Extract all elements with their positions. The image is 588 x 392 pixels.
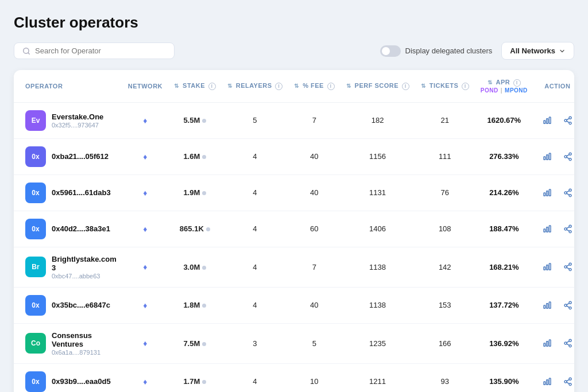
share-button[interactable]: [560, 221, 574, 237]
stats-button[interactable]: [539, 221, 555, 237]
search-input[interactable]: [35, 46, 166, 55]
col-perf-score[interactable]: ⇅ PERF SCORE i: [341, 70, 415, 102]
relayers-cell: 5: [222, 102, 289, 138]
table-row: Co Consensus Ventures 0x6a1a....879131 ♦…: [14, 323, 574, 363]
apr-value: 276.33%: [489, 152, 519, 161]
fee-value: 7: [312, 263, 316, 271]
apr-info-icon[interactable]: i: [513, 79, 521, 87]
relayers-value: 4: [253, 377, 257, 386]
table-row: Br Brightlystake.com 3 0xbc47....abbe63 …: [14, 247, 574, 287]
share-button[interactable]: [560, 185, 574, 201]
tickets-info-icon[interactable]: i: [462, 83, 469, 90]
apr-value: 137.72%: [489, 301, 519, 309]
stats-button[interactable]: [539, 297, 555, 313]
svg-rect-58: [544, 382, 546, 385]
perf-score-cell: 1211: [341, 363, 415, 392]
operators-table: OPERATOR NETWORK ⇅ STAKE i ⇅ RELAYERS i …: [14, 70, 574, 392]
operator-cell-3: 0x 0x5961....61dab3: [14, 174, 122, 211]
stake-dot: [202, 266, 206, 270]
perf-score-cell: 1156: [341, 138, 415, 174]
tickets-cell: 153: [415, 287, 475, 323]
perf-score-value: 1131: [369, 188, 386, 197]
share-button[interactable]: [560, 259, 574, 275]
ethereum-icon: ♦: [143, 262, 147, 271]
col-apr[interactable]: ⇅ APR i POND | MPond: [475, 70, 533, 102]
operator-cell-6: 0x 0x35bc....e6847c: [14, 287, 122, 323]
ethereum-icon: ♦: [143, 377, 147, 386]
fee-sort-icon: ⇅: [294, 83, 299, 89]
svg-rect-4: [549, 117, 551, 123]
col-fee[interactable]: ⇅ % FEE i: [288, 70, 340, 102]
apr-pond-label[interactable]: POND: [481, 87, 498, 94]
operator-name: Brightlystake.com 3: [52, 255, 117, 272]
share-button[interactable]: [560, 297, 574, 313]
network-cell: ♦: [122, 247, 168, 287]
col-network-label: NETWORK: [128, 83, 163, 90]
apr-mpond-label[interactable]: MPond: [505, 87, 528, 94]
action-cell: [533, 211, 574, 247]
bar-chart-icon: [543, 152, 552, 161]
stats-button[interactable]: [539, 112, 555, 129]
col-tickets[interactable]: ⇅ TICKETS i: [415, 70, 475, 102]
operator-address: 0x32f5....973647: [52, 122, 103, 129]
tickets-sort-icon: ⇅: [421, 83, 426, 89]
networks-dropdown[interactable]: All Networks: [501, 42, 574, 60]
fee-cell: 10: [288, 363, 340, 392]
stake-value: 7.5M: [183, 339, 200, 348]
tickets-value: 108: [439, 224, 451, 233]
network-cell: ♦: [122, 287, 168, 323]
svg-rect-28: [549, 226, 551, 232]
stats-button[interactable]: [539, 335, 555, 351]
operator-name: 0x93b9....eaa0d5: [52, 377, 111, 386]
stake-cell: 5.5M: [168, 102, 222, 138]
svg-rect-59: [546, 379, 548, 385]
operator-name: 0x35bc....e6847c: [52, 301, 110, 309]
apr-cell: 137.72%: [475, 287, 533, 323]
fee-cell: 40: [288, 287, 340, 323]
apr-value: 136.92%: [489, 339, 519, 348]
svg-rect-43: [546, 303, 548, 308]
network-cell: ♦: [122, 138, 168, 174]
perf-score-value: 182: [372, 116, 384, 125]
search-wrap: [14, 42, 175, 59]
stake-value: 5.5M: [183, 116, 200, 125]
stats-button[interactable]: [539, 259, 555, 275]
fee-value: 10: [310, 377, 318, 386]
col-perf-label: PERF SCORE: [355, 82, 399, 89]
apr-value: 135.90%: [489, 377, 519, 386]
action-cell: [533, 287, 574, 323]
relayers-info-icon[interactable]: i: [275, 83, 283, 90]
col-stake[interactable]: ⇅ STAKE i: [168, 70, 222, 102]
bar-chart-icon: [543, 301, 552, 310]
table-row: 0x 0xba21....05f612 ♦1.6M4401156111276.3…: [14, 138, 574, 174]
operator-avatar: 0x: [25, 183, 46, 203]
col-relayers[interactable]: ⇅ RELAYERS i: [222, 70, 289, 102]
networks-label: All Networks: [510, 46, 555, 55]
stake-info-icon[interactable]: i: [208, 83, 216, 90]
stats-button[interactable]: [539, 185, 555, 201]
table-header-row: OPERATOR NETWORK ⇅ STAKE i ⇅ RELAYERS i …: [14, 70, 574, 102]
fee-info-icon[interactable]: i: [327, 83, 335, 90]
operator-avatar: Co: [25, 333, 46, 354]
search-icon: [22, 47, 30, 55]
share-button[interactable]: [560, 149, 574, 165]
toggle-switch[interactable]: [380, 45, 401, 57]
toolbar-right: Display delegated clusters All Networks: [380, 42, 575, 60]
stats-button[interactable]: [539, 374, 555, 390]
share-icon: [563, 377, 572, 386]
share-icon: [563, 301, 572, 310]
stake-dot: [202, 304, 206, 308]
share-button[interactable]: [560, 374, 574, 390]
stake-value: 3.0M: [183, 263, 200, 271]
operator-avatar: 0x: [25, 371, 46, 392]
delegated-clusters-toggle[interactable]: Display delegated clusters: [380, 45, 493, 57]
stats-button[interactable]: [539, 149, 555, 165]
apr-value: 1620.67%: [488, 116, 521, 125]
operator-cell-4: 0x 0x40d2....38a3e1: [14, 211, 122, 247]
stake-dot: [202, 155, 206, 159]
share-button[interactable]: [560, 335, 574, 351]
bar-chart-icon: [543, 377, 552, 386]
perf-info-icon[interactable]: i: [402, 83, 409, 90]
stake-cell: 1.8M: [168, 287, 222, 323]
share-button[interactable]: [560, 112, 574, 129]
